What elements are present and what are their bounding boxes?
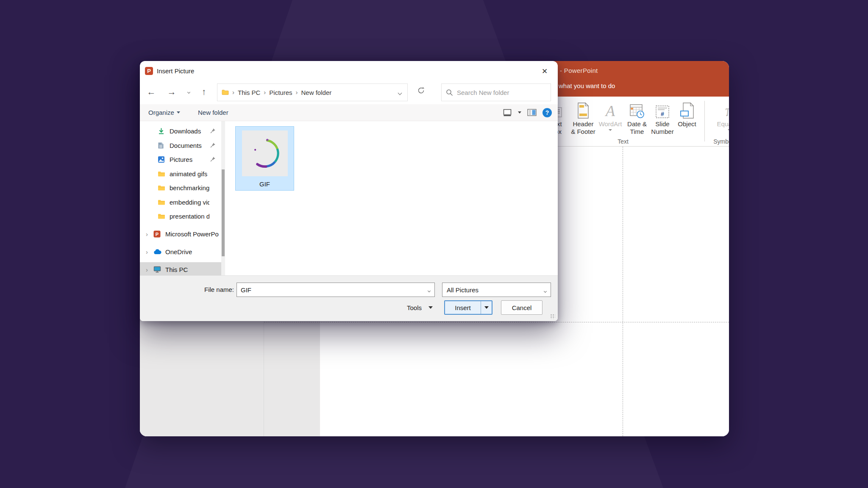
up-icon[interactable]: ↑ xyxy=(197,84,211,100)
back-icon[interactable]: ← xyxy=(144,84,159,100)
breadcrumb-new-folder[interactable]: New folder xyxy=(301,89,332,96)
breadcrumb-this-pc[interactable]: This PC xyxy=(238,89,260,96)
placeholder-border-horizontal xyxy=(264,322,729,322)
wordart-dropdown-caret xyxy=(609,129,612,131)
equation-icon: π xyxy=(725,99,729,119)
ribbon-group-separator xyxy=(704,101,705,141)
navigation-pane: Downloads Documents Pictures animated gi… xyxy=(140,121,221,275)
expand-chevron-icon[interactable]: › xyxy=(146,266,148,273)
expand-chevron-icon[interactable]: › xyxy=(146,248,148,255)
forward-icon[interactable]: → xyxy=(164,84,179,100)
insert-button[interactable]: Insert xyxy=(444,300,492,315)
slide-number-icon: # xyxy=(655,99,670,119)
powerpoint-icon: P xyxy=(153,230,161,238)
equation-dropdown-caret xyxy=(728,129,729,131)
folder-icon xyxy=(222,89,229,95)
file-name-chevron-icon[interactable] xyxy=(428,286,430,294)
insert-picture-dialog: P Insert Picture ✕ ← → ↑ › This PC › Pic… xyxy=(140,61,558,321)
pin-icon xyxy=(210,156,216,162)
onedrive-icon xyxy=(153,249,161,255)
dialog-titlebar[interactable]: P Insert Picture ✕ xyxy=(140,61,558,80)
powerpoint-app-icon: P xyxy=(145,67,153,75)
equation-button[interactable]: π Equation xyxy=(710,99,729,143)
change-view-icon[interactable] xyxy=(503,109,512,116)
search-box[interactable] xyxy=(441,83,551,101)
navigation-bar: ← → ↑ › This PC › Pictures › New folder xyxy=(140,80,558,104)
folder-icon xyxy=(158,199,165,205)
help-icon[interactable]: ? xyxy=(542,108,552,117)
sidebar-item-onedrive[interactable]: › OneDrive xyxy=(140,244,221,259)
date-time-icon xyxy=(629,99,645,119)
powerpoint-title: 1 - PowerPoint xyxy=(554,67,598,74)
recent-locations-chevron-icon[interactable] xyxy=(184,84,193,100)
sidebar-item-presentation[interactable]: presentation des xyxy=(140,209,221,223)
sidebar-item-downloads[interactable]: Downloads xyxy=(140,124,221,138)
sidebar-item-documents[interactable]: Documents xyxy=(140,138,221,152)
preview-pane-icon[interactable] xyxy=(527,109,537,116)
svg-text:P: P xyxy=(156,231,159,236)
wordart-icon: A xyxy=(606,99,615,119)
pictures-icon xyxy=(158,156,165,163)
insert-caret-icon xyxy=(484,306,489,309)
dialog-toolbar: Organize New folder ? xyxy=(140,104,558,121)
new-folder-button[interactable]: New folder xyxy=(198,109,228,116)
svg-text:#: # xyxy=(661,111,664,117)
sidebar-item-pictures[interactable]: Pictures xyxy=(140,152,221,166)
sidebar-item-this-pc[interactable]: › This PC xyxy=(140,262,221,275)
documents-icon xyxy=(158,142,164,149)
dialog-footer: File name: All Pictures Tools Insert Can… xyxy=(140,275,558,321)
sidebar-item-animated-gifs[interactable]: animated gifs xyxy=(140,166,221,181)
search-icon xyxy=(446,89,453,96)
breadcrumb-sep-icon: › xyxy=(296,89,298,96)
sidebar-item-microsoft-powerpoint[interactable]: › P Microsoft PowerPo xyxy=(140,227,221,241)
search-input[interactable] xyxy=(457,89,542,96)
breadcrumb-pictures[interactable]: Pictures xyxy=(269,89,292,96)
slide-number-button[interactable]: # SlideNumber xyxy=(650,99,675,143)
object-button[interactable]: Object xyxy=(675,99,699,143)
cancel-button[interactable]: Cancel xyxy=(501,300,542,315)
sidebar-item-embedding[interactable]: embedding vide xyxy=(140,195,221,209)
insert-dropdown-button[interactable] xyxy=(481,301,492,314)
ribbon-group-symbols-label: Symbols xyxy=(708,138,729,145)
file-name-combo[interactable] xyxy=(236,283,435,297)
pin-icon xyxy=(210,142,216,148)
this-pc-icon xyxy=(153,266,161,273)
sidebar-item-benchmarking[interactable]: benchmarking sc xyxy=(140,180,221,195)
file-name-label: GIF xyxy=(236,180,294,188)
organize-caret-icon xyxy=(177,111,180,114)
ribbon-group-text-label: Text xyxy=(564,138,682,145)
expand-chevron-icon[interactable]: › xyxy=(146,230,148,238)
resize-grip[interactable] xyxy=(550,314,555,319)
address-bar[interactable]: › This PC › Pictures › New folder xyxy=(217,83,408,101)
file-browser-body: Downloads Documents Pictures animated gi… xyxy=(140,121,558,275)
object-icon xyxy=(680,99,694,119)
placeholder-border-vertical xyxy=(623,147,623,436)
gif-thumbnail xyxy=(242,130,288,176)
organize-button[interactable]: Organize xyxy=(148,109,180,116)
address-dropdown-chevron-icon[interactable] xyxy=(398,89,401,96)
file-type-chevron-icon xyxy=(544,286,546,294)
file-tile-gif[interactable]: GIF xyxy=(235,126,294,191)
downloads-icon xyxy=(158,128,165,135)
sidebar-scrollbar[interactable] xyxy=(221,121,225,275)
file-name-field-label: File name: xyxy=(182,286,234,293)
folder-icon xyxy=(158,171,165,177)
tools-button[interactable]: Tools xyxy=(407,300,433,315)
view-options-caret-icon[interactable] xyxy=(518,111,521,114)
header-footer-icon xyxy=(576,99,590,119)
tell-me-bar[interactable]: what you want to do xyxy=(559,82,615,89)
wordart-button[interactable]: A WordArt xyxy=(597,99,624,143)
folder-icon xyxy=(158,213,165,219)
tools-caret-icon xyxy=(428,306,433,309)
breadcrumb-sep-icon: › xyxy=(264,89,266,96)
breadcrumb-sep-icon: › xyxy=(232,89,234,96)
folder-icon xyxy=(158,185,165,191)
date-time-button[interactable]: Date &Time xyxy=(624,99,650,143)
file-name-input[interactable] xyxy=(237,286,428,294)
refresh-icon[interactable] xyxy=(417,86,425,96)
file-type-select[interactable]: All Pictures xyxy=(442,283,551,297)
close-icon[interactable]: ✕ xyxy=(538,65,551,78)
dialog-title: Insert Picture xyxy=(157,67,194,75)
scrollbar-thumb[interactable] xyxy=(222,169,225,256)
pin-icon xyxy=(210,128,216,134)
